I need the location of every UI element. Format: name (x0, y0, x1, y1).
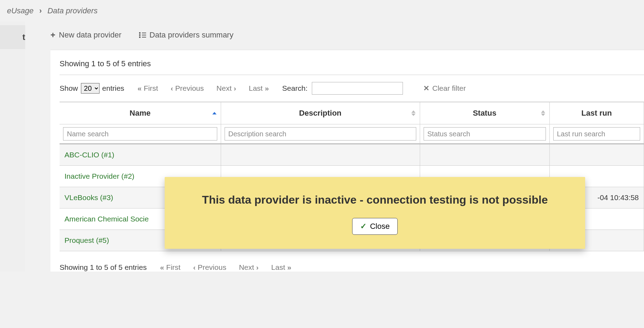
filter-name-input[interactable] (63, 127, 217, 141)
data-providers-summary-button[interactable]: Data providers summary (139, 30, 234, 40)
sort-desc-icon (411, 114, 416, 116)
check-icon: ✓ (360, 222, 366, 231)
entries-select[interactable]: 20 (81, 83, 100, 94)
chevron-double-right-icon: » (287, 263, 292, 272)
breadcrumb: eUsage › Data providers (0, 0, 644, 22)
search-input[interactable] (312, 82, 403, 95)
pager-previous[interactable]: ‹Previous (171, 84, 204, 93)
sort-desc-icon (541, 114, 545, 116)
pager-next[interactable]: Next› (217, 84, 236, 93)
breadcrumb-root[interactable]: eUsage (7, 6, 34, 15)
pager-previous-bottom[interactable]: ‹Previous (193, 263, 226, 272)
column-header-last-run[interactable]: Last run (549, 102, 644, 124)
new-data-provider-button[interactable]: New data provider (50, 30, 122, 40)
new-data-provider-label: New data provider (59, 30, 122, 40)
pager-last-bottom[interactable]: Last» (271, 263, 291, 272)
pager-previous-bottom-label: Previous (198, 263, 226, 272)
chevron-right-icon: › (234, 84, 236, 93)
column-header-description-label: Description (299, 109, 341, 117)
sidebar-item[interactable]: t (0, 25, 25, 49)
plus-icon (50, 30, 55, 40)
pager-first-bottom[interactable]: «First (160, 263, 181, 272)
pager-last-bottom-label: Last (271, 263, 285, 272)
column-header-status[interactable]: Status (420, 102, 549, 124)
alert-modal: This data provider is inactive - connect… (165, 177, 585, 249)
show-entries: Show 20 entries (60, 83, 124, 94)
cell-status (420, 144, 549, 166)
list-icon (139, 32, 146, 38)
pager-previous-label: Previous (175, 84, 204, 93)
sidebar: t (0, 22, 25, 272)
x-icon: ✕ (423, 84, 430, 93)
alert-modal-title: This data provider is inactive - connect… (184, 192, 566, 207)
breadcrumb-current: Data providers (47, 6, 97, 15)
pager-last-label: Last (249, 84, 263, 93)
chevron-double-left-icon: « (160, 263, 164, 272)
column-header-description[interactable]: Description (221, 102, 420, 124)
search-label: Search: (282, 84, 307, 93)
pager-next-bottom-label: Next (239, 263, 254, 272)
showing-entries-bottom: Showing 1 to 5 of 5 entries (60, 263, 147, 272)
provider-link[interactable]: Proquest (#5) (64, 236, 109, 244)
pager-top: «First ‹Previous Next› Last» (138, 84, 269, 93)
column-header-name[interactable]: Name (60, 102, 221, 124)
pager-last[interactable]: Last» (249, 84, 269, 93)
sort-asc-icon (411, 110, 416, 113)
summary-label: Data providers summary (150, 30, 234, 40)
clear-filter-label: Clear filter (432, 84, 466, 93)
pager-first-bottom-label: First (166, 263, 180, 272)
sort-asc-icon (212, 112, 217, 115)
pager-next-label: Next (217, 84, 232, 93)
column-header-name-label: Name (130, 109, 151, 117)
pager-first[interactable]: «First (138, 84, 158, 93)
chevron-left-icon: ‹ (171, 84, 173, 93)
provider-link[interactable]: VLeBooks (#3) (64, 193, 113, 201)
showing-entries-text: Showing 1 to 5 of 5 entries (60, 59, 644, 75)
pager-first-label: First (144, 84, 158, 93)
provider-link[interactable]: ABC-CLIO (#1) (64, 151, 114, 159)
toolbar: New data provider Data providers summary (50, 22, 644, 50)
pager-next-bottom[interactable]: Next› (239, 263, 259, 272)
show-label-post: entries (102, 84, 124, 93)
provider-link[interactable]: American Chemical Socie (64, 215, 149, 223)
cell-description (221, 144, 420, 166)
chevron-double-right-icon: » (265, 84, 269, 93)
table-row: ABC-CLIO (#1) (60, 144, 644, 166)
sort-asc-icon (541, 110, 545, 113)
provider-link[interactable]: Inactive Provider (#2) (64, 172, 135, 180)
pager-bottom: «First ‹Previous Next› Last» (160, 263, 292, 272)
chevron-right-icon: › (256, 263, 259, 272)
filter-status-input[interactable] (424, 127, 546, 141)
column-header-status-label: Status (473, 109, 496, 117)
close-button[interactable]: ✓ Close (352, 218, 398, 235)
filter-description-input[interactable] (225, 127, 416, 141)
chevron-left-icon: ‹ (193, 263, 196, 272)
column-header-last-run-label: Last run (581, 109, 612, 117)
breadcrumb-separator: › (39, 6, 42, 15)
chevron-double-left-icon: « (138, 84, 142, 93)
cell-last-run (549, 144, 644, 166)
close-button-label: Close (370, 222, 390, 231)
filter-last-run-input[interactable] (553, 127, 640, 141)
clear-filter-button[interactable]: ✕ Clear filter (423, 84, 466, 93)
show-label-pre: Show (60, 84, 78, 93)
